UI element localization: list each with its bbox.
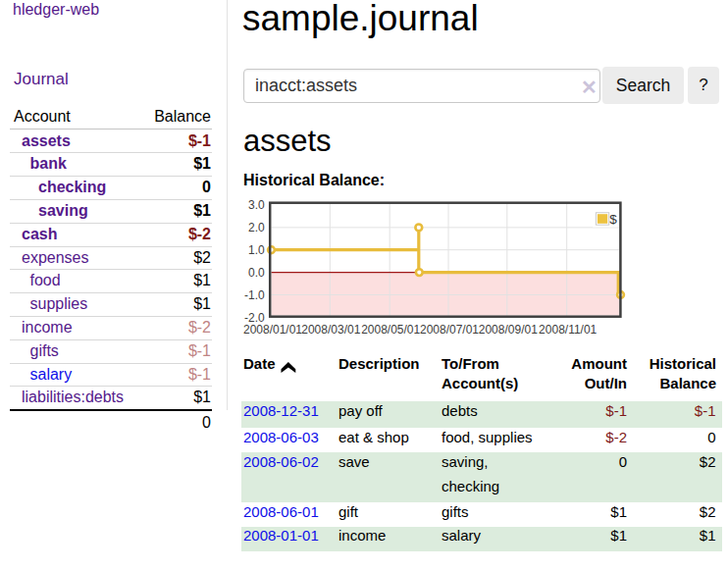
svg-text:2008/01/01: 2008/01/01 (243, 323, 302, 337)
svg-text:2.0: 2.0 (248, 221, 265, 234)
svg-text:$: $ (609, 212, 617, 227)
svg-text:2008/07/01: 2008/07/01 (420, 323, 479, 337)
svg-text:-1.0: -1.0 (244, 288, 265, 302)
svg-text:2008/11/01: 2008/11/01 (539, 323, 597, 337)
svg-text:0.0: 0.0 (248, 266, 265, 280)
svg-text:2008/09/01: 2008/09/01 (479, 323, 538, 337)
svg-text:3.0: 3.0 (248, 198, 265, 212)
svg-text:2008/05/01: 2008/05/01 (361, 323, 420, 337)
svg-text:2008/03/01: 2008/03/01 (301, 323, 360, 337)
svg-text:1.0: 1.0 (248, 243, 265, 257)
